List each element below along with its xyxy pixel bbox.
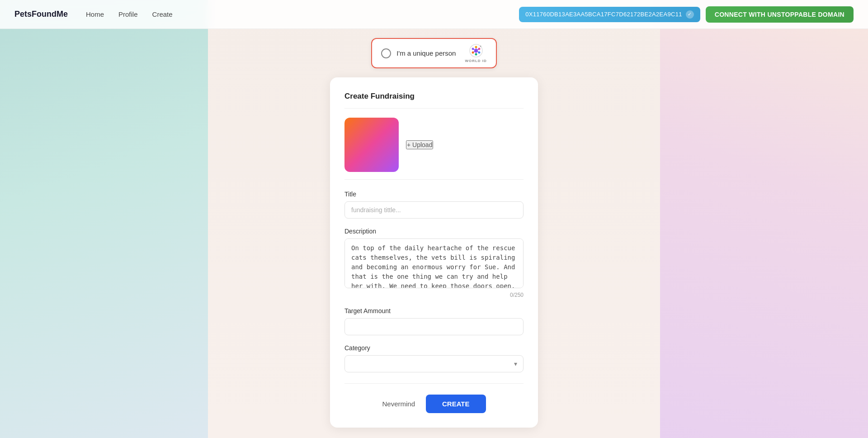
nav-link-create[interactable]: Create <box>152 10 173 18</box>
svg-text:✕: ✕ <box>480 45 481 48</box>
form-divider <box>344 383 524 384</box>
main-content: I'm a unique person <box>0 29 868 428</box>
nav-links: Home Profile Create <box>86 10 519 18</box>
world-id-logo-icon: ✕ <box>469 43 483 58</box>
svg-line-12 <box>473 52 474 52</box>
target-amount-field-group: Target Ammount $500 <box>344 307 524 335</box>
wallet-badge[interactable]: 0X11760DB13AE3AA5BCA17FC7D62172BE2A2EA9C… <box>519 7 700 22</box>
image-upload-area: + Upload <box>344 118 524 180</box>
char-count: 0/250 <box>344 292 524 298</box>
description-textarea[interactable] <box>344 238 524 288</box>
category-field-group: Category Pets Medical Education Communit… <box>344 344 524 372</box>
world-id-button[interactable]: I'm a unique person <box>371 38 497 68</box>
form-card: Create Fundraising + Upload Title Descri… <box>330 77 538 428</box>
category-select-wrapper: Pets Medical Education Community ▾ <box>344 355 524 372</box>
target-amount-input[interactable]: $500 <box>344 318 524 335</box>
create-button[interactable]: CREATE <box>426 395 486 413</box>
title-field-group: Title <box>344 190 524 219</box>
title-label: Title <box>344 190 524 198</box>
world-id-logo-area: ✕ WORLD ID <box>465 43 486 63</box>
form-actions: Nevermind CREATE <box>344 395 524 413</box>
target-amount-label: Target Ammount <box>344 307 524 314</box>
world-id-circle-icon <box>381 48 391 58</box>
world-id-text: I'm a unique person <box>396 49 456 57</box>
nav-brand: PetsFoundMe <box>14 10 68 19</box>
svg-line-10 <box>477 52 478 52</box>
svg-line-13 <box>473 49 474 50</box>
category-select[interactable]: Pets Medical Education Community <box>344 355 524 372</box>
form-title: Create Fundraising <box>344 92 524 109</box>
wallet-check-icon: ✓ <box>686 10 694 19</box>
navbar: PetsFoundMe Home Profile Create 0X11760D… <box>0 0 868 29</box>
svg-point-2 <box>475 46 477 48</box>
world-id-label: WORLD ID <box>465 59 486 63</box>
nav-right: 0X11760DB13AE3AA5BCA17FC7D62172BE2A2EA9C… <box>519 6 854 23</box>
category-label: Category <box>344 344 524 352</box>
title-input[interactable] <box>344 201 524 219</box>
image-preview <box>344 118 399 172</box>
svg-point-1 <box>474 49 478 52</box>
nav-link-profile[interactable]: Profile <box>118 10 138 18</box>
connect-unstoppable-button[interactable]: CONNECT WITH UNSTOPPABLE DOMAIN <box>706 6 854 23</box>
upload-button[interactable]: + Upload <box>406 140 433 149</box>
nav-link-home[interactable]: Home <box>86 10 104 18</box>
svg-line-9 <box>477 49 478 50</box>
svg-point-5 <box>475 53 477 56</box>
nevermind-button[interactable]: Nevermind <box>382 400 415 408</box>
description-label: Description <box>344 228 524 235</box>
wallet-address: 0X11760DB13AE3AA5BCA17FC7D62172BE2A2EA9C… <box>525 11 682 18</box>
description-field-group: Description 0/250 <box>344 228 524 298</box>
